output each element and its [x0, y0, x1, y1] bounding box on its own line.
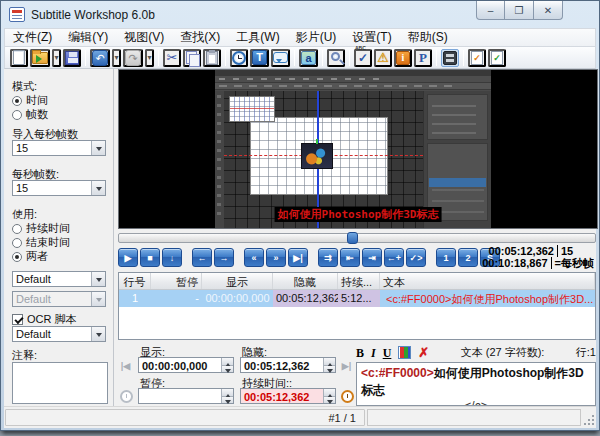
time-mode-button[interactable]: [230, 49, 248, 67]
spin-down-icon[interactable]: [324, 397, 335, 404]
menu-movie[interactable]: 影片(U): [288, 28, 345, 47]
undo-dropdown[interactable]: ▾: [112, 49, 121, 67]
pascal-script-button[interactable]: P: [414, 49, 432, 67]
work-final-time-radio[interactable]: 结束时间: [12, 235, 70, 250]
header-text[interactable]: 文本: [380, 273, 595, 289]
open-file-dropdown[interactable]: ▾: [52, 49, 61, 67]
chevron-down-icon[interactable]: [91, 327, 105, 341]
pause-spinner[interactable]: [138, 388, 234, 404]
header-show[interactable]: 显示: [202, 273, 273, 289]
cell-line-number[interactable]: 1: [119, 290, 151, 307]
spin-up-icon[interactable]: [324, 358, 335, 366]
new-document-button[interactable]: [10, 49, 28, 67]
menu-settings[interactable]: 设置(T): [344, 28, 399, 47]
header-duration[interactable]: 持续...: [338, 273, 380, 289]
play-button[interactable]: ▶: [118, 248, 138, 267]
clear-format-button[interactable]: ✗: [418, 347, 429, 359]
subtitle-text-editor[interactable]: <c:#FF0000>如何使用Photoshop制作3D标志 </c>: [356, 362, 596, 406]
next-subtitle-button[interactable]: →: [214, 248, 234, 267]
scroll-list-button[interactable]: ↓: [162, 248, 182, 267]
chevron-down-icon[interactable]: [91, 272, 105, 286]
maximize-button[interactable]: ❐: [505, 1, 534, 20]
video-display[interactable]: 如何使用Photoshop制作3D标志: [118, 69, 598, 229]
playback-rate-button[interactable]: ▶|: [288, 248, 308, 267]
warning-button[interactable]: ⚠: [374, 49, 392, 67]
redo-dropdown[interactable]: ▾: [145, 49, 154, 67]
check-script-orange-button[interactable]: ✓: [468, 49, 486, 67]
save-button[interactable]: [63, 49, 81, 67]
underline-button[interactable]: U: [383, 347, 392, 359]
set-show-time-button[interactable]: ⇤: [340, 248, 360, 267]
ocr-script-select[interactable]: Default: [12, 326, 106, 342]
cell-duration[interactable]: 5:12...: [338, 290, 380, 307]
notes-textarea[interactable]: [12, 362, 108, 404]
header-line-number[interactable]: 行号: [119, 273, 151, 289]
comment-button[interactable]: [271, 49, 290, 67]
menu-edit[interactable]: 编辑(Y): [60, 28, 116, 47]
spin-up-icon[interactable]: [222, 358, 233, 366]
translate-button[interactable]: a: [299, 49, 318, 67]
mark-point-2-button[interactable]: 2: [458, 248, 478, 267]
seek-bar[interactable]: [118, 233, 596, 243]
mode-time-radio[interactable]: 时间: [12, 93, 48, 108]
mode-frames-radio[interactable]: 帧数: [12, 107, 48, 122]
video-preview-button[interactable]: [441, 49, 459, 67]
menu-tools[interactable]: 工具(W): [228, 28, 287, 47]
undo-button[interactable]: ↶: [90, 49, 110, 67]
hide-time-spinner[interactable]: 00:05:12,362: [240, 357, 336, 373]
spin-down-icon[interactable]: [222, 366, 233, 373]
cell-text[interactable]: <c:#FF0000>如何使用Photoshop制作3D...: [380, 290, 595, 307]
work-duration-radio[interactable]: 持续时间: [12, 221, 70, 236]
cell-show[interactable]: 00:00:00,000: [202, 290, 273, 307]
minimize-button[interactable]: –: [476, 1, 505, 20]
seek-thumb[interactable]: [347, 232, 358, 244]
move-subtitle-button[interactable]: ⇉: [318, 248, 338, 267]
duration-clock-icon[interactable]: [340, 389, 355, 404]
stop-button[interactable]: ■: [140, 248, 160, 267]
mark-point-1-button[interactable]: 1: [436, 248, 456, 267]
resize-grip[interactable]: [582, 413, 595, 426]
spin-up-icon[interactable]: [222, 389, 233, 397]
italic-button[interactable]: I: [371, 347, 376, 359]
end-subtitle-button[interactable]: ✓>: [406, 248, 426, 267]
chevron-down-icon[interactable]: [91, 181, 105, 195]
spin-down-icon[interactable]: [222, 397, 233, 404]
cut-button[interactable]: ✂: [163, 49, 181, 67]
goto-hide-time-icon[interactable]: ▶|: [339, 358, 354, 373]
rewind-button[interactable]: «: [244, 248, 264, 267]
menu-file[interactable]: 文件(Z): [5, 28, 60, 47]
close-button[interactable]: ✕: [534, 1, 563, 20]
start-subtitle-button[interactable]: ←+: [384, 248, 404, 267]
input-fps-select[interactable]: 15: [12, 140, 106, 156]
goto-show-time-icon[interactable]: |◀: [118, 358, 133, 373]
table-row-selected[interactable]: 1 - 00:00:00,000 00:05:12,362 5:12... <c…: [119, 290, 595, 307]
cell-hide[interactable]: 00:05:12,362: [273, 290, 338, 307]
spellcheck-button[interactable]: ✓: [354, 49, 372, 67]
show-time-spinner[interactable]: 00:00:00,000: [138, 357, 234, 373]
bold-button[interactable]: B: [356, 347, 364, 359]
menu-help[interactable]: 帮助(S): [400, 28, 456, 47]
spin-down-icon[interactable]: [324, 366, 335, 373]
menu-search[interactable]: 查找(X): [172, 28, 228, 47]
open-file-button[interactable]: [30, 49, 50, 67]
header-hide[interactable]: 隐藏: [273, 273, 338, 289]
copy-button[interactable]: [183, 49, 201, 67]
cell-pause[interactable]: -: [151, 290, 202, 307]
work-both-radio[interactable]: 两者: [12, 249, 48, 264]
forward-button[interactable]: »: [266, 248, 286, 267]
pause-clock-icon[interactable]: [119, 389, 134, 404]
menu-view[interactable]: 视图(V): [116, 28, 172, 47]
ocr-scripts-checkbox[interactable]: OCR 脚本: [12, 312, 77, 327]
header-pause[interactable]: 暂停: [151, 273, 202, 289]
prev-subtitle-button[interactable]: ←: [192, 248, 212, 267]
text-mode-button[interactable]: T: [250, 49, 269, 67]
spin-up-icon[interactable]: [324, 389, 335, 397]
charset-primary-select[interactable]: Default: [12, 271, 106, 287]
paste-button[interactable]: [203, 49, 221, 67]
information-button[interactable]: i: [394, 49, 412, 67]
chevron-down-icon[interactable]: [91, 141, 105, 155]
color-palette-icon[interactable]: [398, 346, 411, 359]
fps-select[interactable]: 15: [12, 180, 106, 196]
check-script-green-button[interactable]: ✓: [488, 49, 506, 67]
redo-button[interactable]: ↷: [123, 49, 143, 67]
